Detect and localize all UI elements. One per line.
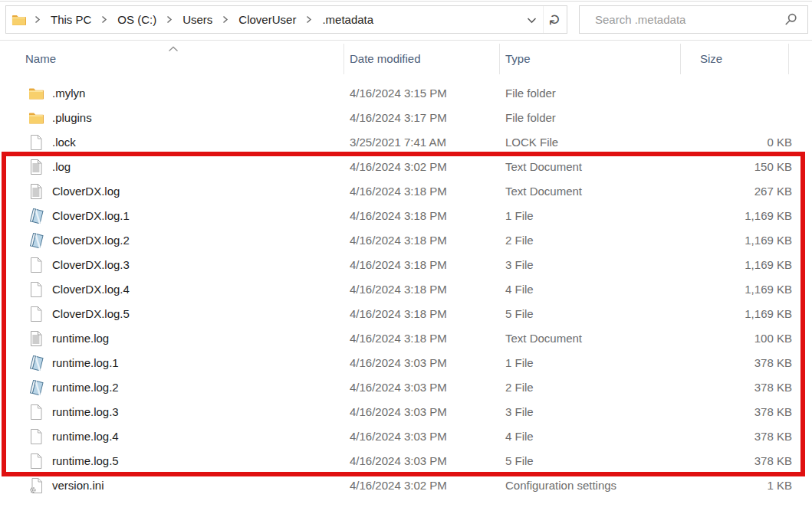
file-date-modified: 4/16/2024 3:18 PM [350, 258, 447, 271]
window-top-border [0, 1, 812, 2]
file-size: 378 KB [680, 356, 792, 369]
folder-icon [28, 86, 44, 101]
file-date-modified: 4/16/2024 3:02 PM [350, 479, 447, 492]
breadcrumb: This PCOS (C:)UsersCloverUser.metadata [26, 13, 375, 26]
file-type: 4 File [505, 283, 534, 296]
file-size: 1,169 KB [680, 283, 792, 296]
file-type: File folder [505, 87, 556, 100]
column-header-name[interactable]: Name [25, 52, 56, 65]
column-header-size[interactable]: Size [700, 52, 722, 65]
blank-file-icon [28, 282, 44, 297]
file-row[interactable]: .mylyn4/16/2024 3:15 PMFile folder [0, 81, 812, 106]
address-dropdown-button[interactable] [520, 6, 543, 33]
file-date-modified: 4/16/2024 3:03 PM [350, 356, 447, 369]
file-name: runtime.log.5 [52, 454, 119, 467]
file-name: CloverDX.log.3 [52, 258, 130, 271]
blank-file-icon [28, 404, 44, 420]
search-input[interactable] [593, 12, 784, 27]
text-file-icon [28, 184, 44, 199]
file-name: .log [52, 160, 71, 173]
breadcrumb-chevron-icon [35, 15, 41, 24]
file-list: .mylyn4/16/2024 3:15 PMFile folder.plugi… [0, 81, 812, 498]
blank-file-icon [28, 306, 44, 322]
file-row[interactable]: CloverDX.log.34/16/2024 3:18 PM3 File1,1… [0, 253, 812, 277]
file-name: CloverDX.log [52, 185, 120, 198]
file-size: 378 KB [680, 405, 792, 418]
log-book-icon [28, 208, 44, 224]
blank-file-icon [28, 257, 44, 273]
file-row[interactable]: .plugins4/16/2024 3:17 PMFile folder [0, 106, 812, 130]
breadcrumb-item[interactable]: OS (C:) [116, 13, 158, 26]
file-type: Text Document [505, 332, 582, 345]
text-file-icon [28, 159, 44, 175]
file-name: .plugins [52, 111, 92, 124]
file-row[interactable]: CloverDX.log.54/16/2024 3:18 PM5 File1,1… [0, 302, 812, 326]
file-size: 378 KB [680, 430, 792, 443]
breadcrumb-item[interactable]: .metadata [321, 13, 375, 26]
search-icon[interactable] [784, 13, 797, 26]
file-date-modified: 4/16/2024 3:15 PM [350, 87, 447, 100]
file-row[interactable]: runtime.log.54/16/2024 3:03 PM5 File378 … [0, 449, 812, 473]
file-row[interactable]: .log4/16/2024 3:02 PMText Document150 KB [0, 155, 812, 179]
file-type: 3 File [505, 258, 534, 271]
file-row[interactable]: version.ini4/16/2024 3:02 PMConfiguratio… [0, 473, 812, 498]
file-row[interactable]: CloverDX.log.14/16/2024 3:18 PM1 File1,1… [0, 204, 812, 228]
column-resize-handle[interactable] [788, 44, 789, 74]
file-row[interactable]: runtime.log4/16/2024 3:18 PMText Documen… [0, 326, 812, 351]
file-size: 378 KB [680, 381, 792, 394]
log-book-icon [28, 380, 44, 395]
file-size: 1,169 KB [680, 209, 792, 222]
file-row[interactable]: CloverDX.log4/16/2024 3:18 PMText Docume… [0, 179, 812, 204]
refresh-icon: ↻ [547, 14, 562, 26]
refresh-button[interactable]: ↻ [544, 6, 567, 33]
file-row[interactable]: runtime.log.44/16/2024 3:03 PM4 File378 … [0, 424, 812, 449]
file-name: CloverDX.log.2 [52, 234, 130, 247]
file-type: 5 File [505, 307, 534, 320]
file-type: 1 File [505, 209, 534, 222]
file-name: runtime.log [52, 332, 109, 345]
file-size: 150 KB [680, 160, 792, 173]
breadcrumb-chevron-icon [101, 15, 107, 24]
column-header-row: Name Date modified Type Size [0, 41, 812, 79]
file-type: 5 File [505, 454, 534, 467]
breadcrumb-item[interactable]: Users [181, 13, 214, 26]
file-date-modified: 4/16/2024 3:03 PM [350, 430, 447, 443]
address-bar[interactable]: This PCOS (C:)UsersCloverUser.metadata ↻ [5, 5, 567, 34]
file-name: runtime.log.1 [52, 356, 119, 369]
folder-icon [28, 110, 44, 126]
column-header-type[interactable]: Type [505, 52, 531, 65]
column-header-date-modified[interactable]: Date modified [350, 52, 421, 65]
file-type: 2 File [505, 234, 534, 247]
search-box[interactable] [579, 5, 808, 34]
blank-file-icon [28, 453, 44, 469]
file-name: runtime.log.3 [52, 405, 119, 418]
file-date-modified: 4/16/2024 3:03 PM [350, 405, 447, 418]
file-date-modified: 4/16/2024 3:03 PM [350, 454, 447, 467]
breadcrumb-item[interactable]: This PC [49, 13, 93, 26]
file-date-modified: 4/16/2024 3:18 PM [350, 332, 447, 345]
file-row[interactable]: runtime.log.14/16/2024 3:03 PM1 File378 … [0, 351, 812, 375]
file-size: 1 KB [680, 479, 792, 492]
chevron-down-icon [527, 13, 537, 27]
folder-icon [12, 14, 26, 26]
file-row[interactable]: CloverDX.log.44/16/2024 3:18 PM4 File1,1… [0, 277, 812, 302]
column-resize-handle[interactable] [680, 44, 681, 74]
file-type: Text Document [505, 160, 582, 173]
column-resize-handle[interactable] [344, 44, 344, 74]
blank-file-icon [28, 135, 44, 150]
file-row[interactable]: .lock3/25/2021 7:41 AMLOCK File0 KB [0, 130, 812, 155]
breadcrumb-chevron-icon [306, 15, 312, 24]
column-resize-handle[interactable] [499, 44, 500, 74]
log-book-icon [28, 355, 44, 371]
file-row[interactable]: runtime.log.24/16/2024 3:03 PM2 File378 … [0, 375, 812, 400]
file-row[interactable]: runtime.log.34/16/2024 3:03 PM3 File378 … [0, 400, 812, 424]
ini-file-icon [28, 478, 44, 493]
file-type: Text Document [505, 185, 582, 198]
file-date-modified: 4/16/2024 3:18 PM [350, 185, 447, 198]
breadcrumb-item[interactable]: CloverUser [237, 13, 298, 26]
file-name: runtime.log.4 [52, 430, 119, 443]
blank-file-icon [28, 429, 44, 444]
file-date-modified: 4/16/2024 3:03 PM [350, 381, 447, 394]
file-row[interactable]: CloverDX.log.24/16/2024 3:18 PM2 File1,1… [0, 228, 812, 253]
text-file-icon [28, 331, 44, 346]
